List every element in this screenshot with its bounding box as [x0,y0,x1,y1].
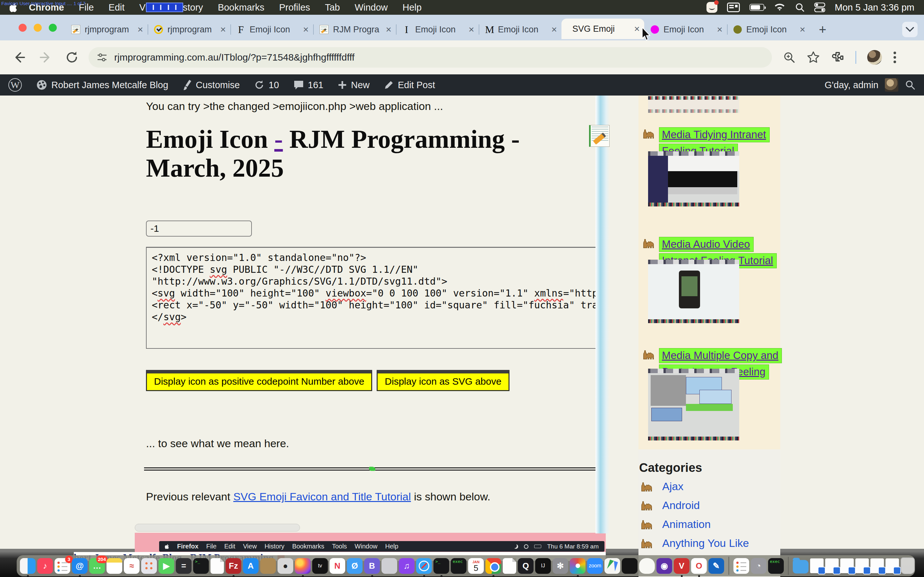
tutorial-thumbnail[interactable] [648,369,739,440]
display-codepoint-button[interactable]: Display icon as positive codepoint Numbe… [146,370,372,391]
tab-close-icon[interactable]: × [551,24,557,35]
tab-close-icon[interactable]: × [220,24,226,35]
wp-new[interactable]: New [338,80,370,90]
dock-icon-system-settings[interactable]: ✻ [552,558,568,574]
kebab-menu-icon[interactable] [893,51,897,64]
dock-icon-eyeball-character[interactable]: ● [278,558,293,574]
tab-rjm-progra[interactable]: RJM Progra× [313,20,396,39]
extensions-puzzle-icon[interactable] [831,51,845,64]
dock-icon-messages[interactable]: …204 [89,558,105,574]
menu-item-window[interactable]: Window [355,2,388,13]
dock-icon-minimized-window[interactable] [855,558,869,573]
dock-icon-app-store[interactable]: A [243,558,258,574]
wp-search-icon[interactable] [905,79,916,90]
tab-svg-emoji[interactable]: SVG Emoji× [561,19,644,39]
menu-item-help[interactable]: Help [403,2,422,13]
dock-icon-textedit-2[interactable] [503,558,516,574]
dock-icon-minimized-window[interactable] [840,558,854,573]
dock-icon-firefox[interactable] [295,558,310,574]
dock-icon-gimp[interactable] [639,558,655,574]
content-scroll-gutter[interactable] [596,95,610,533]
back-button[interactable] [12,50,26,64]
tab-emoji-icon[interactable]: MEmoji Icon× [479,20,561,39]
dock-icon-chrome[interactable] [485,558,501,574]
tab-rjmprogram[interactable]: rjmprogram× [148,20,230,39]
tab-emoji-icon[interactable]: IEmoji Icon× [396,20,479,39]
menu-item-edit[interactable]: Edit [108,2,124,13]
dock-icon-launchpad[interactable] [141,558,157,574]
dock-icon-notes[interactable] [107,558,122,574]
reload-button[interactable] [65,50,79,64]
keyboard-switcher-icon[interactable] [727,3,740,12]
wp-customise[interactable]: Customise [182,79,240,91]
profile-avatar[interactable] [867,50,882,65]
tab-emoji-icon[interactable]: Emoji Icon× [727,20,810,39]
address-bar[interactable]: rjmprogramming.com.au/ITblog/?p=71548&jg… [89,47,772,68]
dock-icon-trash[interactable] [901,558,915,574]
tab-close-icon[interactable]: × [634,23,640,34]
dock-icon-textedit[interactable] [210,558,224,574]
dock-icon-filezilla[interactable]: Fz [226,558,241,574]
wp-updates[interactable]: 10 [254,79,279,90]
tab-search-chevron-button[interactable] [902,22,918,37]
dock-icon-macvim[interactable]: V [674,558,690,574]
app-status-icon[interactable] [706,2,717,13]
dock-icon-terminal[interactable]: >_ [193,558,209,574]
menu-item-bookmarks[interactable]: Bookmarks [218,2,264,13]
tab-emoji-icon[interactable]: Emoji Icon× [644,20,727,39]
spotlight-search-icon[interactable] [795,3,804,12]
tab-emoji-icon[interactable]: FEmoji Icon× [230,20,313,39]
codepoint-input[interactable] [146,221,252,237]
previous-tutorial-link[interactable]: SVG Emoji Favicon and Title Tutorial [233,490,411,503]
dock-icon-calendar[interactable]: JAN5 [468,558,484,574]
category-link[interactable]: Android [662,499,700,512]
dock-icon-calculator[interactable]: = [176,558,192,574]
menu-bar-clock[interactable]: Mon 5 Jan 3:36 pm [835,2,914,13]
close-window-button[interactable] [19,24,27,32]
zoom-page-icon[interactable] [783,51,796,64]
wordpress-logo[interactable]: W [8,78,22,92]
dock-icon-bbedit[interactable]: B [364,558,380,574]
dock-icon-news[interactable]: N [330,558,345,574]
dock-icon-music[interactable]: ♪ [37,558,53,574]
dock-icon-pen-app[interactable]: ✎ [708,558,724,574]
category-link[interactable]: Animation [662,518,711,530]
dock-icon-quicktime[interactable]: Q [518,558,533,574]
dock-icon-finder[interactable] [20,558,36,574]
new-tab-button[interactable]: + [816,23,830,37]
dock-icon-facetime[interactable]: ▶ [158,558,174,574]
dock-icon-downloads-folder[interactable] [793,560,809,574]
menu-item-profiles[interactable]: Profiles [279,2,310,13]
display-svg-button[interactable]: Display icon as SVG above [376,370,509,391]
dock-icon-terminal-2[interactable]: >_ [433,558,449,574]
svg-code-textarea[interactable]: <?xml version="1.0" standalone="no"?> <!… [146,247,598,349]
admin-avatar[interactable] [885,78,898,92]
dock-icon-pixelmator[interactable] [570,558,586,574]
dock-icon-reminders[interactable]: 3 [55,558,70,574]
tab-close-icon[interactable]: × [137,24,143,35]
wp-comments[interactable]: 161 [293,79,323,90]
dock-icon-exec-terminal[interactable]: exec [451,558,467,574]
tab-close-icon[interactable]: × [386,24,391,35]
dock-icon-exec-terminal-2[interactable]: exec [768,558,784,574]
dock-icon-safari[interactable] [416,558,432,574]
minimize-window-button[interactable] [34,24,42,32]
wp-edit-post[interactable]: Edit Post [384,80,435,90]
greeting-text[interactable]: G'day, admin [825,80,879,90]
dock-icon-photos[interactable] [381,558,397,574]
dock-icon-apple-tv[interactable]: tv [312,558,328,574]
post-title-dash-link[interactable]: - [274,125,283,153]
dock-icon-intellij[interactable]: IJ [535,558,551,574]
url-text[interactable]: rjmprogramming.com.au/ITblog/?p=71548&jg… [114,52,355,63]
tab-close-icon[interactable]: × [800,24,805,35]
tutorial-thumbnail[interactable] [648,151,739,206]
dock-icon-minimized-window[interactable] [825,558,838,573]
menu-item-tab[interactable]: Tab [325,2,340,13]
dock-icon-do-not-disturb[interactable]: Ø [347,558,363,574]
dock-icon-activity-monitor[interactable]: ◔ [751,558,766,574]
dock-icon-purple-app[interactable]: ◉ [656,558,672,574]
control-center-icon[interactable] [814,3,825,12]
category-link[interactable]: Ajax [662,480,683,493]
wifi-icon[interactable] [774,3,785,12]
dock-icon-mail[interactable]: @ [72,558,87,574]
